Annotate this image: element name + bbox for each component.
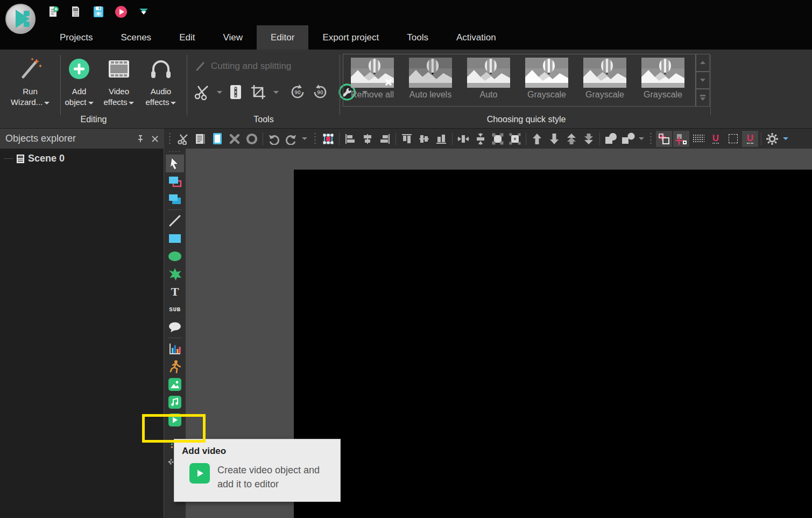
- subtitles-tool[interactable]: SUB: [166, 300, 184, 318]
- close-icon[interactable]: [151, 135, 159, 143]
- align-top-icon[interactable]: [399, 131, 415, 147]
- rectangle-tool[interactable]: [166, 229, 184, 247]
- text-tool[interactable]: T: [166, 283, 184, 300]
- wand-small-icon: [195, 60, 207, 72]
- crop-dropdown-chevron[interactable]: [273, 91, 279, 94]
- add-image-tool[interactable]: [166, 375, 184, 393]
- settings-gear-icon[interactable]: [764, 131, 780, 147]
- show-grid-icon[interactable]: [690, 131, 707, 147]
- grid-unit-active-icon[interactable]: U: [742, 131, 758, 147]
- quick-style-grayscale-3[interactable]: Grayscale: [634, 54, 692, 106]
- crop-icon[interactable]: [249, 83, 267, 101]
- tooltip-tool[interactable]: [166, 318, 184, 336]
- scene-document-icon: [16, 154, 25, 164]
- align-bottom-icon[interactable]: [433, 131, 449, 147]
- quick-style-grayscale-1[interactable]: Grayscale: [518, 54, 576, 106]
- animation-tool[interactable]: [166, 358, 184, 375]
- remove-object-icon[interactable]: [244, 131, 260, 147]
- ungroup-dropdown-chevron[interactable]: [639, 137, 644, 140]
- chart-tool[interactable]: [166, 340, 184, 358]
- ungroup-icon[interactable]: [620, 131, 636, 147]
- ellipse-tool[interactable]: [166, 247, 184, 265]
- save-project-icon[interactable]: [91, 5, 105, 19]
- delete-icon[interactable]: [227, 131, 243, 147]
- bring-to-front-icon[interactable]: [563, 131, 580, 147]
- copy-icon[interactable]: [192, 131, 208, 147]
- drag-handle[interactable]: [168, 150, 182, 154]
- snap-edges-icon[interactable]: [673, 131, 689, 147]
- new-project-icon[interactable]: [46, 5, 60, 19]
- select-object-icon[interactable]: [320, 131, 336, 147]
- cutting-and-splitting-button[interactable]: Cutting and splitting: [195, 60, 291, 72]
- tab-scenes[interactable]: Scenes: [107, 25, 165, 50]
- add-object-button[interactable]: Add object: [63, 54, 95, 108]
- fit-height-icon[interactable]: [472, 131, 489, 147]
- quick-style-remove-all[interactable]: Remove all: [343, 54, 401, 106]
- move-up-icon[interactable]: [529, 131, 545, 147]
- rotate-cw-90-icon[interactable]: 90: [311, 83, 329, 101]
- tab-export-project[interactable]: Export project: [308, 25, 393, 50]
- align-middle-vertical-icon[interactable]: [416, 131, 432, 147]
- dashed-frame-icon[interactable]: [725, 131, 741, 147]
- align-right-icon[interactable]: [377, 131, 393, 147]
- tab-projects[interactable]: Projects: [46, 25, 107, 50]
- add-video-tooltip: Add video Create video object and add it…: [174, 439, 341, 502]
- open-project-icon[interactable]: [69, 5, 83, 19]
- customize-toolbar-chevron-icon[interactable]: [137, 5, 151, 19]
- add-audio-tool[interactable]: [166, 393, 184, 411]
- paste-icon[interactable]: [209, 131, 225, 147]
- scissors-icon[interactable]: [193, 83, 211, 101]
- rotate-ccw-90-icon[interactable]: 90: [288, 83, 307, 101]
- scroll-up-icon[interactable]: [696, 54, 710, 72]
- scale-center-icon[interactable]: [507, 131, 523, 147]
- tab-tools[interactable]: Tools: [393, 25, 442, 50]
- tab-edit[interactable]: Edit: [165, 25, 209, 50]
- settings-dropdown-chevron[interactable]: [783, 137, 788, 140]
- redo-icon[interactable]: [283, 131, 299, 147]
- add-sprite-tool[interactable]: [166, 172, 184, 190]
- undo-icon[interactable]: [266, 131, 282, 147]
- snap-objects-icon[interactable]: [656, 131, 672, 147]
- drag-handle[interactable]: [314, 132, 317, 146]
- scroll-down-icon[interactable]: [696, 72, 710, 89]
- move-down-icon[interactable]: [546, 131, 562, 147]
- quick-style-grayscale-2[interactable]: Grayscale: [576, 54, 634, 106]
- tooltip-body: Create video object and add it to editor: [217, 463, 330, 491]
- quick-style-gallery: Remove all Auto levels Auto Grayscale Gr…: [343, 54, 696, 107]
- align-center-horizontal-icon[interactable]: [359, 131, 376, 147]
- drag-handle[interactable]: [649, 132, 653, 146]
- send-to-back-icon[interactable]: [581, 131, 597, 147]
- expand-gallery-icon[interactable]: [696, 89, 710, 107]
- align-left-icon[interactable]: [342, 131, 358, 147]
- tree-item-scene-0[interactable]: Scene 0: [0, 149, 164, 167]
- objects-explorer-panel: Scene 0: [0, 149, 164, 518]
- svg-text:T: T: [171, 285, 179, 298]
- cut-icon[interactable]: [175, 131, 191, 147]
- pointer-tool[interactable]: [166, 155, 184, 172]
- scene-preview[interactable]: [294, 170, 812, 518]
- scissors-dropdown-chevron[interactable]: [217, 91, 222, 94]
- pin-icon[interactable]: [136, 135, 145, 143]
- audio-effects-button[interactable]: Audio effects: [142, 54, 180, 108]
- drag-handle[interactable]: [168, 132, 172, 146]
- export-play-icon[interactable]: [114, 5, 128, 19]
- grid-unit-icon[interactable]: U: [708, 131, 724, 147]
- fit-scene-icon[interactable]: [490, 131, 506, 147]
- razor-blade-icon[interactable]: [227, 83, 245, 101]
- run-wizard-button[interactable]: Run Wizard...: [3, 54, 57, 108]
- fit-width-icon[interactable]: [455, 131, 471, 147]
- video-effects-button[interactable]: Video effects: [100, 54, 138, 108]
- tab-activation[interactable]: Activation: [442, 25, 510, 50]
- quick-access-toolbar: [46, 5, 151, 19]
- quick-style-auto-levels[interactable]: Auto levels: [401, 54, 460, 106]
- tab-view[interactable]: View: [209, 25, 257, 50]
- add-video-tool[interactable]: [166, 411, 184, 429]
- group-icon[interactable]: [603, 131, 619, 147]
- redo-dropdown-chevron[interactable]: [302, 137, 307, 140]
- quick-style-auto[interactable]: Auto: [460, 54, 518, 106]
- tab-editor[interactable]: Editor: [257, 25, 308, 50]
- line-tool[interactable]: [166, 212, 184, 229]
- tooltip-title: Add video: [182, 446, 333, 457]
- free-shape-tool[interactable]: [166, 265, 184, 283]
- duplicate-tool[interactable]: [166, 190, 184, 208]
